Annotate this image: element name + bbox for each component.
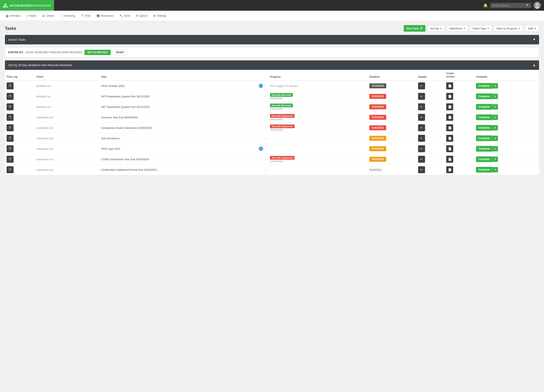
client-link[interactable]: Automation Ltd <box>36 137 53 140</box>
sort-section-header[interactable]: Sort by 30 Day Deadlines then Records Re… <box>5 60 539 70</box>
complete-button[interactable]: Complete <box>476 167 492 172</box>
add-task-icon[interactable]: + <box>259 147 263 151</box>
star-icon[interactable]: ☆ <box>264 105 267 109</box>
sorted-by-value: 30 DAY DEADLINES THEN RECORDS RECEIVED <box>26 51 82 54</box>
complete-button[interactable]: Complete <box>476 125 492 131</box>
sort-by-button[interactable]: Sort By ▼ <box>427 25 445 32</box>
update-button[interactable]: ✏ <box>418 156 425 163</box>
update-button[interactable]: ✏ <box>418 103 425 110</box>
create-invoice-button[interactable]: 📄 <box>446 124 453 131</box>
complete-dropdown-button[interactable]: ▼ <box>492 157 498 162</box>
user-avatar[interactable] <box>534 2 541 9</box>
create-invoice-button[interactable]: 📄 <box>446 103 453 110</box>
nav-settings[interactable]: ⚙ Settings <box>151 13 169 19</box>
complete-button[interactable]: Complete <box>476 94 492 99</box>
star-icon[interactable]: ☆ <box>264 95 267 98</box>
nav-clients[interactable]: 🖥 Clients <box>40 13 57 19</box>
tasks-table-container: Time Log Client Task Progress Deadline U… <box>5 70 539 175</box>
timelog-button[interactable]: ⏱ <box>6 82 14 89</box>
update-button[interactable]: ✏ <box>418 114 425 121</box>
create-invoice-button[interactable]: 📄 <box>446 93 453 100</box>
table-row: ⏱Automation Ltd Accounts Year End 30/04/… <box>5 112 539 123</box>
th-deadline: Deadline <box>368 70 416 81</box>
complete-button[interactable]: Complete <box>476 83 492 89</box>
client-link[interactable]: Workflow Ltd <box>36 85 51 88</box>
star-icon[interactable]: ☆ <box>264 168 267 172</box>
add-task-icon[interactable]: + <box>259 84 263 88</box>
client-link[interactable]: Automation Ltd <box>36 116 53 119</box>
new-task-button[interactable]: New Task ☰ <box>404 25 426 32</box>
hide-show-button[interactable]: Hide/Show ▼ <box>447 25 468 32</box>
notifications-bell[interactable]: 🔔 <box>483 3 488 8</box>
star-icon[interactable]: ☆ <box>264 115 267 119</box>
update-button[interactable]: ✏ <box>418 166 425 173</box>
reset-button[interactable]: RESET <box>113 49 127 55</box>
timelog-button[interactable]: ⏱ <box>6 103 14 110</box>
logo-text: ACCOUNTANCYMANAGER <box>9 4 51 7</box>
nav-resources[interactable]: 📚 Resources <box>94 13 116 19</box>
client-link[interactable]: Automation Ltd <box>36 148 53 150</box>
nav-queue[interactable]: ✉ Queue <box>133 13 150 19</box>
client-link[interactable]: Automation Ltd <box>36 158 53 161</box>
complete-dropdown-button[interactable]: ▼ <box>492 104 498 109</box>
complete-button[interactable]: Complete <box>476 114 492 120</box>
logo-icon <box>2 2 8 8</box>
star-icon[interactable]: ☆ <box>264 157 267 161</box>
create-invoice-button[interactable]: 📄 <box>446 145 453 152</box>
nav-overview[interactable]: ▦ Overview <box>3 13 23 19</box>
update-button[interactable]: ✏ <box>418 82 425 89</box>
complete-button[interactable]: Complete <box>476 135 492 141</box>
star-icon[interactable]: ☆ <box>264 84 267 88</box>
client-link[interactable]: Workflow Ltd <box>36 95 51 98</box>
complete-button[interactable]: Complete <box>476 156 492 162</box>
complete-dropdown-button[interactable]: ▼ <box>492 146 498 151</box>
client-link[interactable]: Automation Ltd <box>36 168 53 171</box>
create-invoice-button[interactable]: 📄 <box>446 135 453 142</box>
sort-bar: SORTED BY: 30 DAY DEADLINES THEN RECORDS… <box>5 47 539 58</box>
complete-dropdown-button[interactable]: ▼ <box>492 115 498 120</box>
task-name: Companies House Submission 30/04/2020 <box>101 126 263 130</box>
timelog-button[interactable]: ⏱ <box>6 145 14 152</box>
staff-button[interactable]: Staff ▼ <box>525 25 539 32</box>
timelog-button[interactable]: ⏱ <box>6 114 14 121</box>
update-button[interactable]: ✏ <box>418 145 425 152</box>
task-name: PAYE October 2020 <box>101 84 258 88</box>
complete-dropdown-button[interactable]: ▼ <box>492 94 498 99</box>
client-search-bar[interactable]: 🔍 <box>490 3 531 8</box>
nav-time[interactable]: ⏱ Time <box>78 13 93 19</box>
create-invoice-button[interactable]: 📄 <box>446 166 453 173</box>
th-update: Update <box>416 70 444 81</box>
complete-button[interactable]: Complete <box>476 146 492 152</box>
task-name: PAYE April 2021 <box>101 147 258 150</box>
search-tasks-panel[interactable]: Search Tasks ▼ <box>5 35 539 44</box>
client-search-input[interactable] <box>492 4 525 7</box>
update-button[interactable]: ✏ <box>418 135 425 142</box>
complete-button[interactable]: Complete <box>476 104 492 110</box>
complete-dropdown-button[interactable]: ▼ <box>492 83 498 89</box>
timelog-button[interactable]: ⏱ <box>6 135 14 142</box>
nav-tools[interactable]: 🔧 Tools <box>117 13 132 19</box>
timelog-button[interactable]: ⏱ <box>6 166 14 173</box>
client-link[interactable]: Workflow Ltd <box>36 106 51 108</box>
complete-dropdown-button[interactable]: ▼ <box>492 136 498 141</box>
timelog-button[interactable]: ⏱ <box>6 156 14 163</box>
task-cell: VAT Preparation Quarter End 30/12/2020 ☆ <box>101 95 267 98</box>
complete-dropdown-button[interactable]: ▼ <box>492 125 498 131</box>
filter-progress-button[interactable]: Filter by Progress ▼ <box>494 25 523 32</box>
timelog-button[interactable]: ⏱ <box>6 124 14 131</box>
client-type-button[interactable]: Client Type ▼ <box>470 25 492 32</box>
create-invoice-button[interactable]: 📄 <box>446 82 453 89</box>
star-icon[interactable]: ☆ <box>264 126 267 130</box>
create-invoice-button[interactable]: 📄 <box>446 114 453 121</box>
client-link[interactable]: Automation Ltd <box>36 127 53 130</box>
create-invoice-button[interactable]: 📄 <box>446 156 453 163</box>
update-button[interactable]: ✏ <box>418 93 425 100</box>
nav-tasks[interactable]: ≡ Tasks <box>24 13 39 19</box>
nav-invoicing[interactable]: 📄 Invoicing <box>58 13 77 19</box>
update-button[interactable]: ✏ <box>418 124 425 131</box>
set-default-button[interactable]: SET AS DEFAULT <box>84 50 111 55</box>
star-icon[interactable]: ☆ <box>264 147 267 151</box>
complete-dropdown-button[interactable]: ▼ <box>492 167 498 172</box>
timelog-button[interactable]: ⏱ <box>6 93 14 100</box>
star-icon[interactable]: ☆ <box>264 137 267 140</box>
